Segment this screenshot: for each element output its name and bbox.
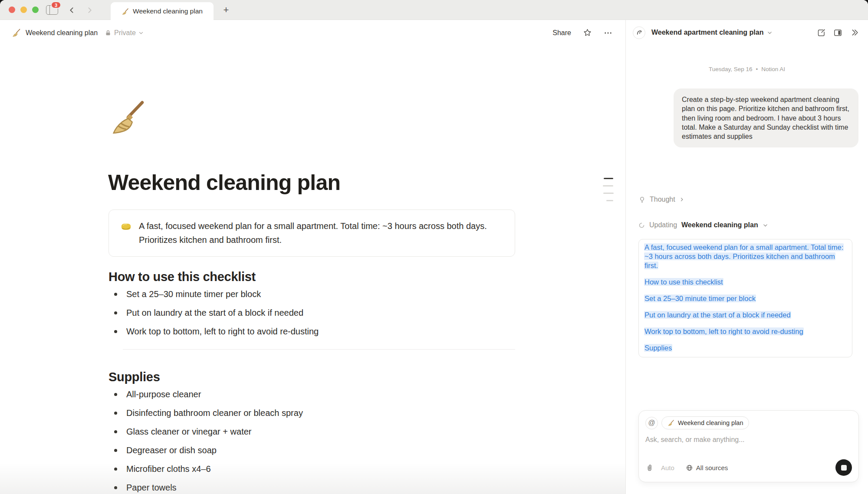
list-item[interactable]: Paper towels — [108, 482, 303, 494]
thought-label: Thought — [650, 196, 675, 203]
list-item[interactable]: Put on laundry at the start of a block i… — [108, 307, 319, 326]
close-window-button[interactable] — [9, 7, 15, 13]
notion-window: 3 Weekend cleaning plan + Weekend cleani… — [0, 0, 868, 494]
list-item[interactable]: Work top to bottom, left to right to avo… — [108, 326, 319, 344]
more-options-icon[interactable] — [604, 29, 612, 37]
toggle-panel-icon[interactable] — [833, 28, 842, 37]
stop-square-icon — [841, 465, 847, 471]
breadcrumb[interactable]: Weekend cleaning plan — [26, 29, 98, 37]
notification-badge: 3 — [51, 1, 61, 9]
section-heading[interactable]: Supplies — [108, 370, 160, 384]
mention-button[interactable]: @ — [645, 417, 658, 429]
auto-mode-button[interactable]: Auto — [661, 464, 674, 471]
all-sources-button[interactable]: All sources — [686, 464, 728, 471]
list-item[interactable]: Degreaser or dish soap — [108, 445, 303, 463]
updating-page-name: Weekend cleaning plan — [681, 221, 758, 229]
chevron-down-icon — [138, 30, 144, 36]
page-broom-icon[interactable] — [108, 98, 147, 136]
sponge-icon — [120, 221, 132, 232]
tab-title: Weekend cleaning plan — [133, 7, 203, 15]
globe-icon — [686, 464, 693, 471]
notion-ai-panel: Weekend apartment cleaning plan Tuesday,… — [625, 20, 868, 494]
chevron-down-icon — [763, 222, 768, 228]
diff-line: Work top to bottom, left to right to avo… — [644, 327, 847, 336]
bulleted-list: All-purpose cleaner Disinfecting bathroo… — [108, 389, 303, 494]
callout-block[interactable]: A fast, focused weekend plan for a small… — [108, 209, 515, 257]
diff-line: Put on laundry at the start of a block i… — [644, 311, 847, 320]
ai-edit-preview-card[interactable]: A fast, focused weekend plan for a small… — [638, 239, 852, 357]
ai-panel-header: Weekend apartment cleaning plan — [626, 20, 868, 45]
table-of-contents-rail[interactable] — [602, 178, 615, 207]
list-item[interactable]: Glass cleaner or vinegar + water — [108, 426, 303, 445]
list-item[interactable]: Disinfecting bathroom cleaner or bleach … — [108, 407, 303, 426]
user-message-bubble: Create a step-by-step weekend apartment … — [674, 88, 858, 147]
bulleted-list: Set a 25–30 minute timer per block Put o… — [108, 288, 319, 344]
back-button[interactable] — [67, 6, 76, 14]
page-body: Weekend cleaning plan A fast, focused we… — [0, 45, 625, 494]
lock-icon — [105, 29, 112, 36]
diff-line: A fast, focused weekend plan for a small… — [644, 243, 847, 270]
chevron-right-icon — [679, 197, 684, 202]
diff-line: Set a 25–30 minute timer per block — [644, 294, 847, 303]
notion-ai-face-icon — [633, 26, 645, 39]
diff-line: Supplies — [644, 344, 847, 353]
collapse-panel-double-chevron-icon[interactable] — [850, 28, 859, 37]
page-context-chip[interactable]: Weekend cleaning plan — [661, 416, 749, 429]
ai-thread-title[interactable]: Weekend apartment cleaning plan — [651, 29, 763, 36]
spinner-icon — [638, 222, 645, 229]
minimize-window-button[interactable] — [20, 7, 27, 13]
privacy-label: Private — [114, 29, 136, 37]
thought-toggle[interactable]: Thought — [638, 196, 684, 203]
broom-icon — [122, 8, 129, 15]
diff-line: How to use this checklist — [644, 278, 847, 287]
zoom-window-button[interactable] — [32, 7, 39, 13]
page-title[interactable]: Weekend cleaning plan — [108, 170, 340, 195]
all-sources-label: All sources — [696, 464, 728, 471]
doc-topbar: Weekend cleaning plan Private Share — [0, 20, 625, 45]
ai-composer: @ Weekend cleaning plan Ask, search, or … — [638, 410, 859, 482]
chip-label: Weekend cleaning plan — [678, 419, 743, 426]
section-heading[interactable]: How to use this checklist — [108, 270, 256, 284]
dot-separator: • — [756, 66, 758, 72]
updating-status-row[interactable]: Updating Weekend cleaning plan — [638, 221, 768, 229]
list-item[interactable]: Set a 25–30 minute timer per block — [108, 288, 319, 307]
callout-text: A fast, focused weekend plan for a small… — [139, 219, 503, 247]
broom-icon — [12, 28, 21, 37]
at-icon: @ — [648, 419, 655, 427]
stop-generating-button[interactable] — [835, 459, 852, 476]
source-label: Notion AI — [761, 66, 785, 72]
share-button[interactable]: Share — [552, 29, 571, 37]
conversation-meta: Tuesday, Sep 16 • Notion AI — [626, 66, 868, 72]
lightbulb-icon — [638, 196, 646, 203]
list-item[interactable]: Microfiber cloths x4–6 — [108, 463, 303, 482]
broom-icon — [667, 419, 674, 426]
active-tab[interactable]: Weekend cleaning plan — [111, 2, 214, 20]
favorite-star-icon[interactable] — [583, 28, 592, 37]
list-item[interactable]: All-purpose cleaner — [108, 389, 303, 407]
attachment-paperclip-icon[interactable] — [645, 464, 654, 472]
ai-input[interactable]: Ask, search, or make anything... — [645, 436, 852, 444]
updating-label: Updating — [649, 221, 677, 229]
privacy-menu[interactable]: Private — [105, 29, 144, 37]
new-chat-compose-icon[interactable] — [817, 28, 826, 37]
forward-button[interactable] — [85, 6, 94, 14]
divider-block — [123, 349, 515, 350]
window-tab-bar: 3 Weekend cleaning plan + — [0, 0, 868, 20]
chevron-down-icon[interactable] — [767, 30, 773, 36]
date-label: Tuesday, Sep 16 — [709, 66, 753, 72]
new-tab-button[interactable]: + — [221, 5, 231, 15]
